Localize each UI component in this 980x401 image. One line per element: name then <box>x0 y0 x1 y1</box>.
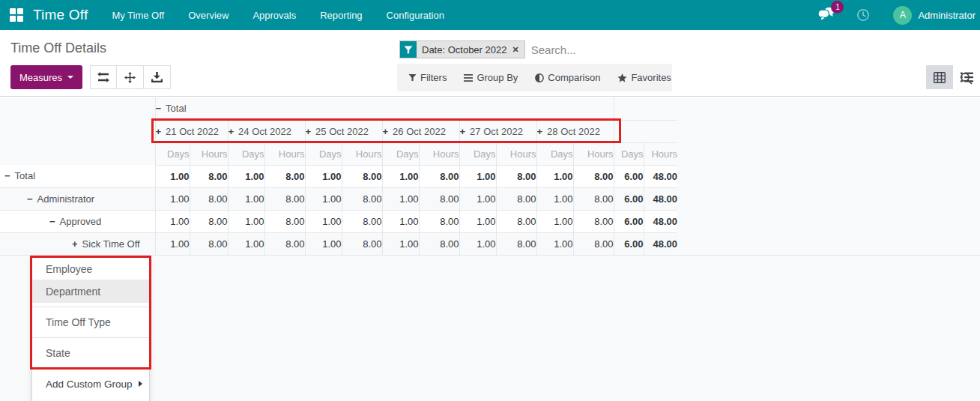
flip-axis-button[interactable] <box>90 65 117 89</box>
pivot-value-cell[interactable]: 1.00 <box>382 232 419 255</box>
nav-menu-reporting[interactable]: Reporting <box>320 10 362 21</box>
pivot-value-cell[interactable]: 8.00 <box>496 165 536 187</box>
messages-icon[interactable]: 1 <box>818 7 834 25</box>
pivot-value-cell[interactable]: 1.00 <box>305 165 342 187</box>
pivot-col-date-header[interactable]: +21 Oct 2022 <box>155 120 228 142</box>
filters-button[interactable]: Filters <box>408 72 447 83</box>
pivot-col-total-header[interactable]: −Total <box>155 97 614 120</box>
pivot-value-cell[interactable]: 48.00 <box>644 210 677 232</box>
pivot-measure-header[interactable]: Days <box>382 142 419 165</box>
pivot-value-cell[interactable]: 6.00 <box>614 210 644 232</box>
pivot-measure-header[interactable]: Days <box>459 142 496 165</box>
pivot-value-cell[interactable]: 8.00 <box>573 165 614 187</box>
add-custom-group-button[interactable]: Add Custom Group <box>32 373 149 395</box>
activities-icon[interactable] <box>856 8 870 22</box>
pivot-row-header[interactable]: −Total <box>0 165 155 187</box>
pivot-value-cell[interactable]: 8.00 <box>419 165 459 187</box>
pivot-measure-header[interactable]: Hours <box>419 142 459 165</box>
pivot-measure-header[interactable]: Hours <box>190 142 228 165</box>
nav-menu-my-time-off[interactable]: My Time Off <box>112 10 164 21</box>
pivot-col-date-header[interactable]: +24 Oct 2022 <box>228 120 305 142</box>
pivot-value-cell[interactable]: 1.00 <box>459 187 496 210</box>
pivot-value-cell[interactable]: 8.00 <box>264 165 305 187</box>
pivot-value-cell[interactable]: 48.00 <box>644 165 677 187</box>
pivot-measure-header[interactable]: Hours <box>644 142 677 165</box>
pivot-value-cell[interactable]: 48.00 <box>644 232 677 255</box>
pivot-value-cell[interactable]: 1.00 <box>459 210 496 232</box>
pivot-measure-header[interactable]: Days <box>155 142 190 165</box>
pivot-value-cell[interactable]: 8.00 <box>342 232 382 255</box>
pivot-measure-header[interactable]: Hours <box>496 142 536 165</box>
pivot-value-cell[interactable]: 8.00 <box>496 187 536 210</box>
pivot-value-cell[interactable]: 1.00 <box>155 165 190 187</box>
download-xlsx-button[interactable] <box>144 65 171 89</box>
pivot-value-cell[interactable]: 8.00 <box>496 210 536 232</box>
pivot-value-cell[interactable]: 1.00 <box>536 232 573 255</box>
pivot-col-date-header[interactable]: +25 Oct 2022 <box>305 120 382 142</box>
pivot-value-cell[interactable]: 8.00 <box>419 232 459 255</box>
groupby-option-employee[interactable]: Employee <box>32 258 149 280</box>
pivot-value-cell[interactable]: 1.00 <box>459 165 496 187</box>
groupby-option-time-off-type[interactable]: Time Off Type <box>32 311 149 334</box>
pivot-value-cell[interactable]: 8.00 <box>264 187 305 210</box>
pivot-value-cell[interactable]: 1.00 <box>305 210 342 232</box>
comparison-button[interactable]: Comparison <box>535 72 600 83</box>
search-facet[interactable]: Date: October 2022 ✕ <box>399 40 525 58</box>
measures-button[interactable]: Measures <box>10 65 82 89</box>
pivot-value-cell[interactable]: 8.00 <box>496 232 536 255</box>
pivot-measure-header[interactable]: Days <box>614 142 644 165</box>
pivot-row-header[interactable]: −Approved <box>0 210 155 232</box>
pivot-value-cell[interactable]: 8.00 <box>264 210 305 232</box>
pivot-value-cell[interactable]: 8.00 <box>573 210 614 232</box>
pivot-value-cell[interactable]: 1.00 <box>155 187 190 210</box>
pivot-col-date-header[interactable]: +27 Oct 2022 <box>459 120 536 142</box>
pivot-value-cell[interactable]: 1.00 <box>459 232 496 255</box>
pivot-value-cell[interactable]: 1.00 <box>536 187 573 210</box>
pivot-measure-header[interactable]: Hours <box>342 142 382 165</box>
pivot-value-cell[interactable]: 1.00 <box>155 232 190 255</box>
pivot-row-header[interactable]: +Sick Time Off <box>0 232 155 255</box>
pivot-measure-header[interactable]: Days <box>536 142 573 165</box>
pivot-col-date-header[interactable]: +26 Oct 2022 <box>382 120 459 142</box>
pivot-value-cell[interactable]: 8.00 <box>573 232 614 255</box>
pivot-value-cell[interactable]: 8.00 <box>190 210 228 232</box>
pivot-value-cell[interactable]: 1.00 <box>382 165 419 187</box>
pivot-value-cell[interactable]: 8.00 <box>342 187 382 210</box>
list-view-button[interactable] <box>953 65 980 89</box>
pivot-value-cell[interactable]: 1.00 <box>382 187 419 210</box>
pivot-value-cell[interactable]: 1.00 <box>228 232 264 255</box>
user-avatar[interactable]: A <box>893 6 912 25</box>
pivot-value-cell[interactable]: 48.00 <box>644 187 677 210</box>
pivot-value-cell[interactable]: 1.00 <box>536 165 573 187</box>
groupby-option-department[interactable]: Department <box>32 280 149 303</box>
user-name[interactable]: Administrator <box>918 10 976 21</box>
nav-menu-configuration[interactable]: Configuration <box>387 10 444 21</box>
pivot-value-cell[interactable]: 8.00 <box>419 187 459 210</box>
pivot-value-cell[interactable]: 6.00 <box>614 165 644 187</box>
pivot-value-cell[interactable]: 8.00 <box>573 187 614 210</box>
facet-remove-icon[interactable]: ✕ <box>512 45 518 55</box>
pivot-value-cell[interactable]: 6.00 <box>614 232 644 255</box>
pivot-value-cell[interactable]: 1.00 <box>536 210 573 232</box>
pivot-measure-header[interactable]: Hours <box>264 142 305 165</box>
pivot-row-header[interactable]: −Administrator <box>0 187 155 210</box>
favorites-button[interactable]: Favorites <box>617 72 671 83</box>
pivot-value-cell[interactable]: 1.00 <box>382 210 419 232</box>
pivot-value-cell[interactable]: 6.00 <box>614 187 644 210</box>
pivot-value-cell[interactable]: 1.00 <box>155 210 190 232</box>
pivot-measure-header[interactable]: Hours <box>573 142 614 165</box>
pivot-value-cell[interactable]: 8.00 <box>419 210 459 232</box>
pivot-value-cell[interactable]: 8.00 <box>342 210 382 232</box>
pivot-measure-header[interactable]: Days <box>228 142 264 165</box>
pivot-value-cell[interactable]: 8.00 <box>264 232 305 255</box>
pivot-value-cell[interactable]: 8.00 <box>190 187 228 210</box>
groupby-option-state[interactable]: State <box>32 342 149 364</box>
pivot-value-cell[interactable]: 1.00 <box>305 187 342 210</box>
pivot-view-button[interactable] <box>926 65 953 89</box>
pivot-value-cell[interactable]: 1.00 <box>228 165 264 187</box>
pivot-col-date-header[interactable]: +28 Oct 2022 <box>536 120 614 142</box>
pivot-value-cell[interactable]: 8.00 <box>342 165 382 187</box>
pivot-value-cell[interactable]: 1.00 <box>305 232 342 255</box>
apps-menu-icon[interactable] <box>10 8 23 22</box>
pivot-measure-header[interactable]: Days <box>305 142 342 165</box>
